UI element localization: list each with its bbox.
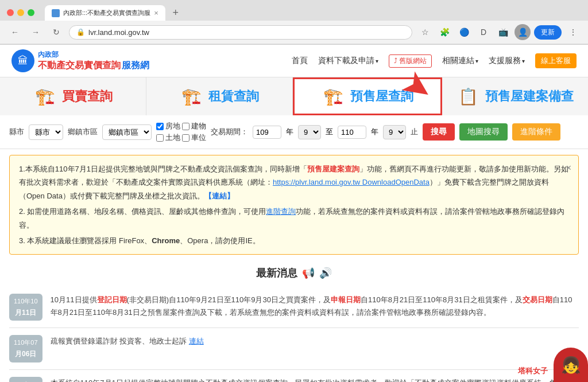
profile-icon[interactable]: 👤 <box>514 24 531 40</box>
extension1-icon[interactable]: 🧩 <box>436 24 452 40</box>
nav-home[interactable]: 首頁 <box>292 56 308 66</box>
advanced-search-link[interactable]: 進階查詢 <box>266 207 296 216</box>
end-label: 止 <box>411 127 418 137</box>
notice-url[interactable]: https://plvr.land.moi.gov.tw DownloadOpe… <box>273 178 430 186</box>
category-tabs: 🏗️ 買賣查詢 🏗️ 租賃查詢 🏗️ 預售屋查詢 📋 預售屋建案備查 <box>0 77 588 115</box>
tab-close-button[interactable]: × <box>154 9 158 17</box>
month-from-select[interactable]: 9 <box>298 125 321 139</box>
notice-link1[interactable]: 【連結】 <box>204 192 234 200</box>
notice-box: × 1.本系統自110年7月1日起提供完整地號與門牌之不動產成交資訊個案查詢，同… <box>9 155 579 255</box>
search-bar: 縣市 縣市 鄉鎮市區 鄉鎮市區 房地 建物 土地 車位 交易期間： 109 年 <box>0 115 588 149</box>
extension3-icon[interactable]: D <box>475 24 492 40</box>
browser-chrome: 內政部:::不動產交易實價查詢服 × + ← → ↻ 🔒 lvr.land.mo… <box>0 0 588 45</box>
district-select[interactable]: 鄉鎮市區 <box>102 124 152 140</box>
browser-navbar: ← → ↻ 🔒 lvr.land.moi.gov.tw ☆ 🧩 🔵 D 📺 👤 … <box>0 21 588 44</box>
logo-name-red: 不動產交易實價查詢 <box>38 60 121 72</box>
news-date-3: 110年06 月23日 <box>9 377 42 383</box>
news-link-2[interactable]: 連結 <box>189 337 204 345</box>
bookmark-icon[interactable]: ☆ <box>417 24 433 40</box>
news-item: 110年06 月23日 本系統自110年7月1日起提供完整地號與門牌之不動產成交… <box>9 370 579 383</box>
nav-customer[interactable]: 線上客服 <box>535 53 577 68</box>
news-year-1: 110年10 <box>14 296 38 307</box>
news-year-3: 110年06 <box>14 379 38 383</box>
soil-check[interactable]: 土地 車位 <box>156 132 206 143</box>
notice-close-button[interactable]: × <box>566 160 571 177</box>
news-item: 110年07 月06日 疏報實價登錄還詐財 投資客、地政士起訴 連結 <box>9 328 579 369</box>
soil-checkbox[interactable] <box>156 134 164 142</box>
notice-line2: 2. 如需使用道路名稱、地段名稱、價格資訊、屋齡或其他條件查詢，可使用進階查詢功… <box>19 205 569 232</box>
site-topnav: 🏛 內政部 不動產交易實價查詢 服務網 首頁 資料下載及申請 ⤴ 舊版網站 相關… <box>0 45 588 77</box>
tab-rent[interactable]: 🏗️ 租賃查詢 <box>146 77 293 115</box>
cast-icon[interactable]: 📺 <box>495 24 511 40</box>
nav-download[interactable]: 資料下載及申請 <box>318 56 378 66</box>
to-label: 至 <box>326 127 333 137</box>
year-to-input[interactable] <box>338 126 366 139</box>
site-nav-links: 首頁 資料下載及申請 ⤴ 舊版網站 相關連結 支援服務 線上客服 <box>292 53 577 68</box>
year-to-unit: 年 <box>371 127 378 137</box>
minimize-window-button[interactable] <box>17 9 24 16</box>
news-section: 最新消息 📢 🔊 110年10 月11日 10月11日提供登記日期(非交易日期)… <box>0 260 588 382</box>
forward-button[interactable]: → <box>28 24 44 40</box>
news-date-1: 110年10 月11日 <box>9 294 42 321</box>
district-label: 鄉鎮市區 <box>68 127 98 137</box>
window-controls <box>7 9 34 16</box>
site-logo: 🏛 內政部 不動產交易實價查詢 服務網 <box>11 49 149 72</box>
nav-related[interactable]: 相關連結 <box>442 56 478 66</box>
address-bar[interactable]: 🔒 lvr.land.moi.gov.tw <box>69 25 412 40</box>
extension2-icon[interactable]: 🔵 <box>456 24 472 40</box>
news-day-2: 月06日 <box>14 348 38 360</box>
land-check[interactable]: 房地 建物 <box>156 121 206 131</box>
buy-sell-icon: 🏗️ <box>33 85 56 108</box>
website-content: 🏛 內政部 不動產交易實價查詢 服務網 首頁 資料下載及申請 ⤴ 舊版網站 相關… <box>0 45 588 382</box>
reload-button[interactable]: ↻ <box>48 24 64 40</box>
presale-label: 預售屋查詢 <box>350 88 413 105</box>
presale-project-icon: 📋 <box>457 85 479 108</box>
presale-icon: 🏗️ <box>322 85 345 108</box>
menu-icon[interactable]: ⋮ <box>565 24 581 40</box>
news-keyword-1a: 登記日期 <box>97 295 127 304</box>
news-decoration: 🔊 <box>319 267 332 279</box>
tab-favicon <box>52 9 60 17</box>
tab-presale[interactable]: 🏗️ 預售屋查詢 <box>293 77 442 115</box>
month-to-select[interactable]: 9 <box>383 125 406 139</box>
logo-text: 內政部 不動產交易實價查詢 服務網 <box>38 50 149 72</box>
search-button[interactable]: 搜尋 <box>423 123 455 141</box>
news-content-1: 10月11日提供登記日期(非交易日期)自110年9月21日至110年9月30日之… <box>51 294 579 319</box>
year-from-input[interactable]: 109 <box>253 126 281 139</box>
presale-project-label: 預售屋建案備查 <box>485 88 574 105</box>
back-button[interactable]: ← <box>7 24 23 40</box>
notice-line3: 3. 本系統建議最佳瀏覽器採用 FireFox、Chrome、Opera，請勿使… <box>19 234 569 247</box>
advanced-button[interactable]: 進階條件 <box>512 123 560 141</box>
tab-presale-project[interactable]: 📋 預售屋建案備查 <box>442 77 588 115</box>
logo-sub: 服務網 <box>122 60 149 72</box>
news-item: 110年10 月11日 10月11日提供登記日期(非交易日期)自110年9月21… <box>9 287 579 328</box>
update-button[interactable]: 更新 <box>534 25 562 40</box>
car-checkbox[interactable] <box>182 134 189 142</box>
dept-name: 內政部 <box>38 50 149 60</box>
news-date-2: 110年07 月06日 <box>9 335 42 362</box>
building-label: 建物 <box>191 121 206 131</box>
city-label: 縣市 <box>9 127 24 137</box>
news-title-row: 最新消息 📢 🔊 <box>9 266 579 280</box>
tab-buy-sell[interactable]: 🏗️ 買賣查詢 <box>0 77 146 115</box>
close-window-button[interactable] <box>7 9 14 16</box>
map-search-button[interactable]: 地圖搜尋 <box>459 123 508 141</box>
maximize-window-button[interactable] <box>28 9 34 16</box>
new-tab-button[interactable]: + <box>168 5 184 21</box>
lock-icon: 🔒 <box>76 28 85 36</box>
nav-actions: ☆ 🧩 🔵 D 📺 👤 更新 ⋮ <box>417 24 581 40</box>
nav-old-site[interactable]: ⤴ 舊版網站 <box>389 54 432 68</box>
land-checkbox[interactable] <box>156 123 164 130</box>
nav-support[interactable]: 支援服務 <box>489 56 525 66</box>
year-from-unit: 年 <box>286 127 293 137</box>
logo-emblem: 🏛 <box>18 55 28 67</box>
soil-label: 土地 <box>165 132 180 143</box>
news-content-3: 本系統自110年7月1日起提供完整地號與門牌之不動產成交資訊個案查詢，民眾如有批… <box>51 377 579 383</box>
city-select[interactable]: 縣市 <box>29 124 63 140</box>
chrome-text: Chrome <box>152 236 180 245</box>
building-checkbox[interactable] <box>182 123 189 130</box>
news-content-2: 疏報實價登錄還詐財 投資客、地政士起訴 連結 <box>51 335 579 348</box>
browser-tab[interactable]: 內政部:::不動產交易實價查詢服 × <box>45 5 165 21</box>
rent-label: 租賃查詢 <box>208 88 259 105</box>
titlebar: 內政部:::不動產交易實價查詢服 × + <box>0 0 588 21</box>
